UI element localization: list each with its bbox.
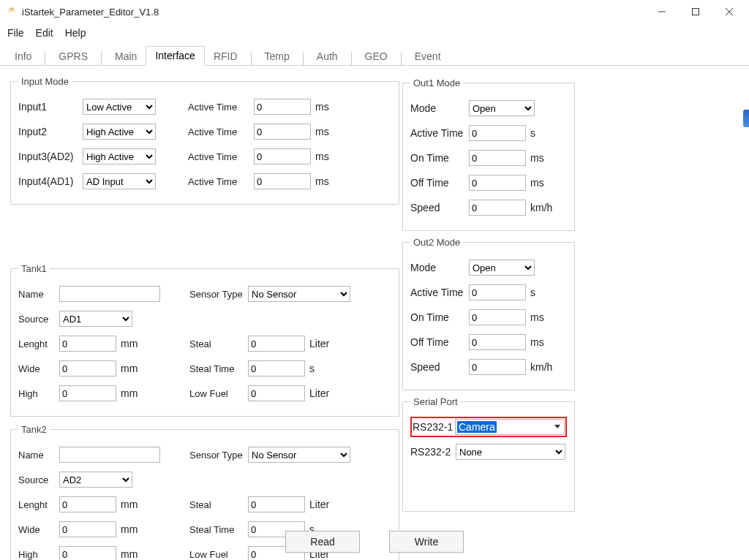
maximize-button[interactable] <box>679 1 712 23</box>
tab-gprs[interactable]: GPRS <box>50 48 97 66</box>
edge-indicator <box>743 110 749 127</box>
out1-off time-input[interactable] <box>469 175 526 191</box>
input2-label: Input2 <box>18 126 83 137</box>
out2-mode-select[interactable]: Open <box>469 260 535 276</box>
tank1-wide-input[interactable] <box>59 360 116 377</box>
input4-mode-select[interactable]: AD Input <box>83 173 156 189</box>
input2-mode-select[interactable]: High Active <box>83 124 156 140</box>
out1-mode-select[interactable]: Open <box>469 100 535 116</box>
tank2-legend: Tank2 <box>18 424 50 435</box>
serial-port-group: Serial Port RS232-1 Camera RS232-2 None <box>402 396 575 512</box>
menubar: File Edit Help <box>0 24 749 42</box>
titlebar: iStartek_Parameter_Editor_V1.8 <box>0 0 749 24</box>
input2-activetime-input[interactable] <box>254 124 311 140</box>
out1-lbl-1: Active Time <box>410 127 469 139</box>
tab-interface[interactable]: Interface <box>146 46 204 66</box>
tank1-legend: Tank1 <box>18 263 50 274</box>
out2-on time-input[interactable] <box>469 309 526 325</box>
out2-active time-input[interactable] <box>469 284 526 300</box>
window-title: iStartek_Parameter_Editor_V1.8 <box>22 7 159 18</box>
tank1-name-input[interactable] <box>59 286 160 302</box>
tank1-source-select[interactable]: AD1 <box>59 311 132 327</box>
tank1-sensortype-label: Sensor Type <box>189 289 248 300</box>
out1-mode-group: Out1 ModeModeOpenActive TimesOn TimemsOf… <box>402 77 575 231</box>
out1-speed-input[interactable] <box>469 200 526 216</box>
out2-legend: Out2 Mode <box>410 237 463 248</box>
input3-unit: ms <box>315 151 343 162</box>
menu-edit[interactable]: Edit <box>36 27 53 39</box>
tank1-high-input[interactable] <box>59 385 116 401</box>
rs232-2-select[interactable]: None <box>456 444 565 460</box>
minimize-button[interactable] <box>645 1 679 23</box>
tank1-length-label: Lenght <box>18 338 59 349</box>
menu-file[interactable]: File <box>7 27 24 39</box>
chevron-down-icon <box>552 420 563 434</box>
tank1-length-input[interactable] <box>59 336 116 352</box>
tab-geo[interactable]: GEO <box>356 48 396 66</box>
svg-marker-4 <box>554 425 560 428</box>
out1-lbl-2: On Time <box>410 152 469 164</box>
out1-on time-input[interactable] <box>469 150 526 166</box>
tank1-sensortype-select[interactable]: No Sensor <box>248 286 350 302</box>
tank1-stealtime-input[interactable] <box>248 360 305 377</box>
input3-activetime-label: Active Time <box>188 151 254 162</box>
tab-auth[interactable]: Auth <box>308 48 347 66</box>
input3-activetime-input[interactable] <box>254 148 311 164</box>
menu-help[interactable]: Help <box>65 27 86 39</box>
out2-off time-input[interactable] <box>469 334 526 350</box>
input-mode-legend: Input Mode <box>18 76 72 87</box>
input-mode-group: Input Mode Input1Low ActiveActive Timems… <box>10 76 399 205</box>
tank1-lowfuel-input[interactable] <box>248 385 305 401</box>
input2-unit: ms <box>315 126 343 137</box>
tab-main[interactable]: Main <box>106 48 146 66</box>
rs232-2-label: RS232-2 <box>410 446 456 458</box>
out2-mode-group: Out2 ModeModeOpenActive TimesOn TimemsOf… <box>402 237 575 390</box>
tank1-high-label: High <box>18 388 59 399</box>
write-button[interactable]: Write <box>389 531 464 553</box>
tank1-steal-label: Steal <box>189 338 248 349</box>
out1-lbl-4: Speed <box>410 202 469 213</box>
out2-lbl-4: Speed <box>410 361 469 373</box>
rs232-1-label: RS232-1 <box>413 421 455 433</box>
input3-mode-select[interactable]: High Active <box>83 148 156 164</box>
input2-activetime-label: Active Time <box>188 126 254 137</box>
tank2-steal-input[interactable] <box>248 496 305 512</box>
tank2-sensortype-label: Sensor Type <box>189 450 248 461</box>
out1-legend: Out1 Mode <box>410 77 463 88</box>
out1-active time-input[interactable] <box>469 125 526 141</box>
tank1-steal-input[interactable] <box>248 336 305 352</box>
tank2-length-input[interactable] <box>59 496 116 512</box>
tab-rfid[interactable]: RFID <box>205 48 246 66</box>
app-icon <box>6 6 18 18</box>
tab-info[interactable]: Info <box>6 48 40 66</box>
svg-rect-1 <box>693 9 699 15</box>
input4-label: Input4(AD1) <box>18 175 83 187</box>
close-button[interactable] <box>712 1 746 23</box>
tank2-length-label: Lenght <box>18 499 59 510</box>
out2-lbl-1: Active Time <box>410 287 469 298</box>
out2-speed-input[interactable] <box>469 359 526 375</box>
out2-lbl-3: Off Time <box>410 336 469 348</box>
serial-port-legend: Serial Port <box>410 396 461 407</box>
read-button[interactable]: Read <box>285 531 360 553</box>
tab-temp[interactable]: Temp <box>256 48 298 66</box>
tank1-stealtime-label: Steal Time <box>189 363 248 374</box>
input4-unit: ms <box>315 175 343 187</box>
input4-activetime-label: Active Time <box>188 176 254 187</box>
tank2-name-input[interactable] <box>59 447 160 463</box>
out2-lbl-2: On Time <box>410 311 469 323</box>
input4-activetime-input[interactable] <box>254 173 311 189</box>
tabstrip: InfoGPRSMainInterfaceRFIDTempAuthGEOEven… <box>0 43 749 66</box>
tank2-source-select[interactable]: AD2 <box>59 472 132 488</box>
rs232-1-select[interactable]: Camera <box>455 419 565 435</box>
tank1-group: Tank1NameSourceAD1LenghtmmWidemmHighmmSe… <box>10 263 399 417</box>
input3-label: Input3(AD2) <box>18 151 83 162</box>
input1-unit: ms <box>315 101 343 113</box>
input1-activetime-label: Active Time <box>188 102 254 113</box>
out2-lbl-0: Mode <box>410 262 469 273</box>
tank2-sensortype-select[interactable]: No Sensor <box>248 447 350 463</box>
input1-mode-select[interactable]: Low Active <box>83 99 156 115</box>
tab-event[interactable]: Event <box>406 48 450 66</box>
rs232-1-value: Camera <box>457 421 497 433</box>
input1-activetime-input[interactable] <box>254 99 311 115</box>
